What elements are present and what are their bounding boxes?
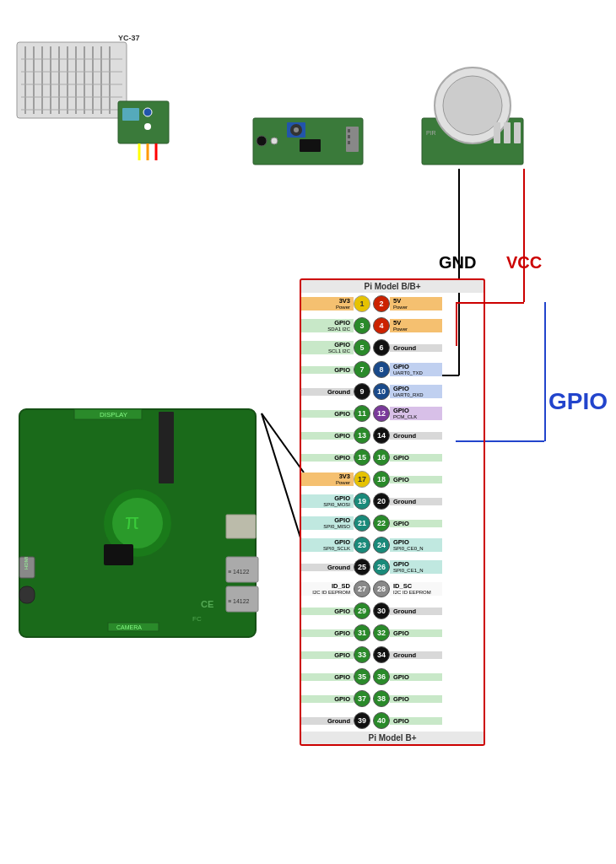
gpio-row-8: GPIO1516GPIO [301, 446, 484, 468]
svg-rect-59 [104, 544, 133, 565]
gpio-row-14: ID_SDI2C ID EEPROM2728ID_SCI2C ID EEPROM [301, 578, 484, 600]
pin-pair-12: 2324 [354, 537, 390, 554]
pin-pair-10: 1920 [354, 493, 390, 510]
pin-pair-1: 12 [354, 295, 390, 312]
pin-33: 33 [354, 646, 370, 663]
svg-text:CE: CE [201, 599, 213, 609]
pin-label-left-5: Ground [301, 388, 354, 396]
gpio-row-12: GPIOSPI0_SCLK2324GPIOSPI0_CE0_N [301, 534, 484, 556]
pin-11: 11 [354, 405, 370, 422]
gpio-row-9: 3V3Power1718GPIO [301, 468, 484, 490]
pin-label-left-11: GPIOSPI0_MISO [301, 516, 354, 530]
pin-29: 29 [354, 602, 370, 619]
pin-22: 22 [373, 515, 390, 532]
pin-21: 21 [354, 515, 370, 532]
pin-40: 40 [373, 712, 390, 729]
gpio-row-6: GPIO1112GPIOPCM_CLK [301, 402, 484, 424]
pin-pair-17: 3334 [354, 646, 390, 663]
gpio-row-1: 3V3Power125VPower [301, 293, 484, 315]
rain-sensor: YC-37 [8, 17, 177, 189]
pin-pair-4: 78 [354, 361, 390, 378]
pin-pair-3: 56 [354, 339, 390, 356]
pin-39: 39 [354, 712, 370, 729]
pin-label-right-13: GPIOSPI0_CE1_N [390, 560, 442, 574]
svg-line-64 [262, 413, 304, 548]
pin-label-right-10: Ground [390, 498, 442, 505]
pin-26: 26 [373, 559, 390, 575]
pin-20: 20 [373, 493, 390, 510]
gpio-row-10: GPIOSPI0_MOSI1920Ground [301, 490, 484, 512]
pin-label-left-4: GPIO [301, 366, 354, 374]
pin-label-right-1: 5VPower [390, 297, 442, 310]
pin-18: 18 [373, 471, 390, 488]
gpio-row-16: GPIO3132GPIO [301, 622, 484, 644]
pin-label-left-9: 3V3Power [301, 472, 354, 486]
pin-17: 17 [354, 471, 370, 488]
pin-label-right-11: GPIO [390, 520, 442, 527]
gpio-footer: Pi Model B+ [300, 732, 485, 746]
svg-text:PIR: PIR [426, 130, 436, 136]
pin-25: 25 [354, 559, 370, 575]
svg-text:π: π [125, 510, 139, 533]
pin-label-left-19: GPIO [301, 695, 354, 703]
svg-text:FC: FC [192, 615, 202, 623]
gpio-row-13: Ground2526GPIOSPI0_CE1_N [301, 556, 484, 578]
svg-line-63 [262, 413, 304, 472]
pin-pair-6: 1112 [354, 405, 390, 422]
pin-pair-19: 3738 [354, 690, 390, 707]
svg-rect-56 [159, 412, 174, 483]
pin-label-right-15: Ground [390, 608, 442, 615]
svg-point-30 [271, 138, 278, 144]
pin-23: 23 [354, 537, 370, 554]
pin-label-right-6: GPIOPCM_CLK [390, 407, 442, 420]
pin-3: 3 [354, 317, 370, 334]
pin-38: 38 [373, 690, 390, 707]
gpio-row-15: GPIO2930Ground [301, 600, 484, 622]
pin-37: 37 [354, 690, 370, 707]
pin-label-right-19: GPIO [390, 695, 442, 703]
pin-label-right-3: Ground [390, 344, 442, 352]
pin-pair-13: 2526 [354, 559, 390, 575]
svg-text:DISPLAY: DISPLAY [100, 411, 128, 418]
svg-rect-17 [118, 101, 169, 143]
pin-24: 24 [373, 537, 390, 554]
gpio-row-4: GPIO78GPIOUART0_TXD [301, 359, 484, 381]
pin-label-right-8: GPIO [390, 454, 442, 462]
pir-sensor: PIR [413, 42, 540, 181]
pin-36: 36 [373, 668, 390, 685]
pin-label-right-4: GPIOUART0_TXD [390, 363, 442, 376]
pin-8: 8 [373, 361, 390, 378]
svg-rect-32 [348, 129, 350, 132]
pin-pair-15: 2930 [354, 602, 390, 619]
svg-rect-18 [122, 108, 139, 121]
svg-point-38 [443, 76, 502, 135]
pin-label-left-14: ID_SDI2C ID EEPROM [301, 582, 354, 596]
pin-6: 6 [373, 339, 390, 356]
pin-label-right-2: 5VPower [390, 319, 442, 332]
svg-rect-33 [348, 135, 350, 138]
pin-pair-2: 34 [354, 317, 390, 334]
pin-label-left-20: Ground [301, 717, 354, 725]
svg-rect-34 [348, 141, 350, 144]
gpio-row-17: GPIO3334Ground [301, 644, 484, 666]
svg-point-19 [143, 108, 152, 116]
pin-12: 12 [373, 405, 390, 422]
svg-rect-47 [19, 586, 35, 603]
pin-15: 15 [354, 449, 370, 466]
pin-34: 34 [373, 646, 390, 663]
pin-label-left-18: GPIO [301, 673, 354, 681]
svg-text:CAMERA: CAMERA [116, 624, 142, 630]
pin-1: 1 [354, 295, 370, 312]
pin-13: 13 [354, 427, 370, 444]
svg-rect-41 [514, 122, 521, 143]
svg-text:HDMI: HDMI [24, 556, 29, 570]
pin-4: 4 [373, 317, 390, 334]
gpio-row-19: GPIO3738GPIO [301, 688, 484, 710]
gpio-header: Pi Model B/B+ [300, 278, 485, 293]
pin-pair-8: 1516 [354, 449, 390, 466]
pin-pair-20: 3940 [354, 712, 390, 729]
pin-label-right-18: GPIO [390, 673, 442, 681]
pin-9: 9 [354, 383, 370, 400]
svg-rect-40 [504, 122, 511, 143]
pin-pair-7: 1314 [354, 427, 390, 444]
